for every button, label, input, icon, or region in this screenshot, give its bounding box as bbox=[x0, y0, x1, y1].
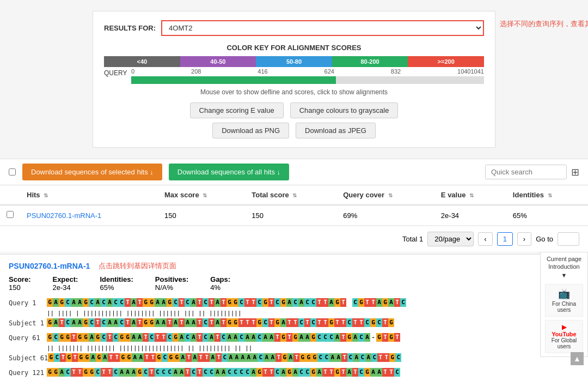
seq-char: A bbox=[119, 368, 125, 377]
hit-cell: PSUN02760.1-mRNA-1 bbox=[20, 205, 158, 226]
change-colors-button[interactable]: Change colours to grayscale bbox=[290, 102, 399, 118]
th-query-cover[interactable]: Query cover ⇅ bbox=[336, 185, 434, 205]
table-header-row: Hits ⇅ Max score ⇅ Total score ⇅ Query c… bbox=[0, 185, 588, 205]
seq-char: T bbox=[382, 333, 388, 342]
row-checkbox[interactable] bbox=[7, 211, 14, 218]
seq-char: T bbox=[150, 353, 156, 362]
seq-char: A bbox=[250, 333, 256, 342]
seq-char: G bbox=[256, 368, 262, 377]
seq-char: A bbox=[161, 298, 167, 307]
seq-char: C bbox=[298, 368, 304, 377]
seq-char: C bbox=[310, 298, 316, 307]
hit-link[interactable]: PSUN02760.1-mRNA-1 bbox=[27, 211, 101, 220]
seq-char: A bbox=[192, 353, 198, 362]
query-bar-container: QUERY 0 208 416 624 832 10401041 bbox=[104, 68, 484, 84]
gene-link[interactable]: PSUN02760.1-mRNA-1 bbox=[9, 262, 90, 270]
seq-char: C bbox=[347, 353, 353, 362]
download-selected-button[interactable]: Download sequences of selected hits ↓ bbox=[22, 164, 162, 180]
bilibili-label[interactable]: For China users bbox=[549, 301, 579, 313]
seq-char: G bbox=[47, 298, 53, 307]
seq-char: T bbox=[340, 318, 346, 327]
seq-char: T bbox=[220, 298, 226, 307]
seq-char: T bbox=[244, 318, 250, 327]
seq-char: C bbox=[220, 333, 226, 342]
prev-page-button[interactable]: ‹ bbox=[478, 232, 492, 246]
scroll-top-button[interactable]: ▲ bbox=[571, 352, 584, 365]
query-cover-cell: 69% bbox=[336, 205, 434, 226]
search-input[interactable] bbox=[485, 165, 567, 179]
score-stat: Score: 150 bbox=[9, 275, 30, 292]
seq-char: G bbox=[149, 298, 155, 307]
th-e-value[interactable]: E value ⇅ bbox=[434, 185, 506, 205]
seq-char: A bbox=[53, 318, 59, 327]
download-jpeg-button[interactable]: Download as JPEG bbox=[296, 123, 376, 138]
match-chars: || |||| | ||||||||||| |||||||| |||||| ||… bbox=[47, 309, 242, 318]
th-hits[interactable]: Hits ⇅ bbox=[20, 185, 158, 205]
seq-char: G bbox=[173, 333, 179, 342]
seq-char: A bbox=[364, 333, 370, 342]
seq-char: T bbox=[95, 318, 101, 327]
seq-char: C bbox=[322, 333, 328, 342]
goto-input[interactable]: 1 bbox=[558, 232, 579, 246]
seq-char: T bbox=[328, 368, 334, 377]
seq-char: G bbox=[59, 298, 65, 307]
seq-char: A bbox=[155, 318, 161, 327]
seq-char: C bbox=[364, 318, 370, 327]
seq-char: T bbox=[268, 368, 274, 377]
seq-block-1: Query 61GCGGTGGAGCTCGGAATCTTCGACATCATCAA… bbox=[9, 333, 579, 364]
th-max-score[interactable]: Max score ⇅ bbox=[158, 185, 245, 205]
seq-char: C bbox=[274, 298, 280, 307]
query-line-0: Query 1GAGCAAGCACACCTATGGAAGCTCATCTATGGC… bbox=[9, 298, 579, 309]
seq-char: A bbox=[137, 333, 143, 342]
seq-char: C bbox=[238, 333, 244, 342]
seq-char: A bbox=[346, 368, 352, 377]
hint-text: 选择不同的查询序列，查看其匹配结果 bbox=[500, 19, 588, 29]
seq-char: T bbox=[197, 318, 203, 327]
seq-char: T bbox=[161, 333, 167, 342]
bilibili-icon: 📺 bbox=[549, 288, 579, 300]
seq-char: C bbox=[226, 368, 232, 377]
seq-char: A bbox=[89, 333, 95, 342]
current-page[interactable]: 1 bbox=[497, 232, 513, 246]
scale-bar: 0 208 416 624 832 10401041 bbox=[131, 68, 484, 75]
seq-char: T bbox=[77, 368, 83, 377]
th-identities[interactable]: Identities ⇅ bbox=[506, 185, 588, 205]
seq-char: C bbox=[54, 353, 60, 362]
query-select[interactable]: 4OMT2 bbox=[161, 20, 484, 36]
seq-char: C bbox=[376, 318, 382, 327]
results-panel: RESULTS FOR: 4OMT2 选择不同的查询序列，查看其匹配结果 COL… bbox=[93, 11, 495, 148]
seq-char: T bbox=[322, 318, 328, 327]
mouse-hint: Mouse over to show defline and scores, c… bbox=[104, 88, 484, 96]
seq-char: A bbox=[365, 353, 371, 362]
seq-char: T bbox=[275, 353, 281, 362]
grid-icon[interactable]: ⊞ bbox=[571, 166, 579, 178]
download-all-button[interactable]: Download sequences of all hits ↓ bbox=[169, 164, 289, 180]
download-png-button[interactable]: Download as PNG bbox=[212, 123, 289, 138]
positives-stat: Positives: N/A% bbox=[155, 275, 188, 292]
gaps-stat: Gaps: 4% bbox=[210, 275, 230, 292]
color-segment-80-200: 80-200 bbox=[332, 56, 408, 67]
th-total-score[interactable]: Total score ⇅ bbox=[245, 185, 336, 205]
seq-char: A bbox=[370, 368, 376, 377]
seq-char: G bbox=[370, 318, 376, 327]
seq-char: A bbox=[250, 368, 256, 377]
seq-char: T bbox=[198, 353, 204, 362]
seq-char: A bbox=[107, 318, 113, 327]
seq-char: T bbox=[304, 318, 310, 327]
seq-char: G bbox=[310, 333, 316, 342]
seq-char: G bbox=[47, 333, 53, 342]
seq-char: A bbox=[77, 318, 83, 327]
youtube-label[interactable]: For Global users bbox=[549, 337, 579, 349]
next-page-button[interactable]: › bbox=[517, 232, 531, 246]
alignment-hit-bar[interactable] bbox=[131, 76, 336, 84]
table-row: PSUN02760.1-mRNA-1 150 150 69% 2e-34 65% bbox=[0, 205, 588, 226]
select-all-checkbox[interactable] bbox=[9, 168, 16, 176]
seq-char: A bbox=[228, 353, 234, 362]
seq-char: C bbox=[149, 333, 155, 342]
seq-char: C bbox=[65, 368, 71, 377]
change-scoring-button[interactable]: Change scoring E value bbox=[190, 102, 284, 118]
subject-chars: GATCAAGCTCAACTATGGAATATAATCTATGGTTTGCTGA… bbox=[47, 318, 394, 327]
seq-char: T bbox=[293, 353, 299, 362]
per-page-select[interactable]: 20/page bbox=[427, 232, 474, 246]
seq-char: A bbox=[71, 298, 77, 307]
